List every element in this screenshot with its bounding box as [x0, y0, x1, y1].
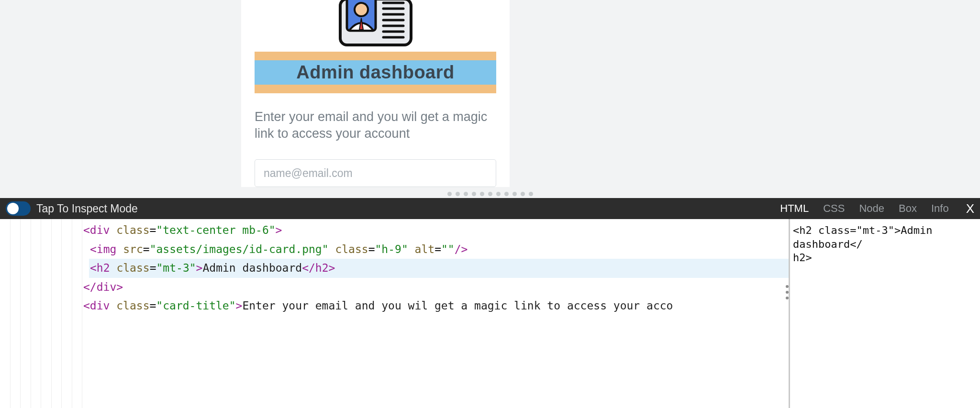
tab-css[interactable]: CSS: [823, 202, 845, 215]
email-field[interactable]: [255, 159, 496, 187]
toggle-knob: [7, 203, 19, 214]
tab-node[interactable]: Node: [859, 202, 884, 215]
tab-info[interactable]: Info: [931, 202, 949, 215]
logo-wrap: Admin dashboard: [255, 0, 496, 93]
pane-resize-grip[interactable]: [0, 190, 980, 198]
inspect-mode-toggle[interactable]: [6, 201, 31, 216]
code-line[interactable]: <div class="card-title">Enter your email…: [82, 297, 789, 316]
code-line[interactable]: </div>: [82, 278, 789, 297]
side-resize-grip[interactable]: [786, 285, 789, 299]
devtools-body: <div class="text-center mb-6"> <img src=…: [0, 219, 980, 408]
tab-box[interactable]: Box: [899, 202, 917, 215]
element-highlight-content: Admin dashboard: [255, 60, 496, 85]
element-detail-pane[interactable]: <h2 class="mt-3">Admin dashboard</ h2>: [789, 219, 980, 408]
tab-html[interactable]: HTML: [780, 202, 809, 215]
code-line[interactable]: <div class="text-center mb-6">: [82, 221, 789, 240]
detail-line: h2>: [793, 251, 977, 265]
app-preview-pane: Admin dashboard Enter your email and you…: [0, 0, 980, 190]
login-card: Admin dashboard Enter your email and you…: [241, 0, 510, 187]
svg-point-2: [355, 3, 368, 16]
detail-line: <h2 class="mt-3">Admin dashboard</: [793, 224, 977, 251]
inspect-mode-label: Tap To Inspect Mode: [36, 202, 138, 215]
html-source-pane[interactable]: <div class="text-center mb-6"> <img src=…: [82, 219, 789, 408]
code-line-selected[interactable]: <h2 class="mt-3">Admin dashboard</h2>: [89, 259, 789, 278]
page-subtitle: Enter your email and you wil get a magic…: [255, 109, 496, 142]
element-highlight-margin: Admin dashboard: [255, 52, 496, 93]
id-card-icon: [337, 0, 414, 50]
close-devtools-button[interactable]: X: [966, 201, 974, 216]
page-title: Admin dashboard: [255, 60, 496, 85]
devtools-toolbar: Tap To Inspect Mode HTML CSS Node Box In…: [0, 198, 980, 219]
devtools-tabs: HTML CSS Node Box Info X: [780, 201, 980, 216]
code-line[interactable]: <img src="assets/images/id-card.png" cla…: [82, 240, 789, 259]
dom-tree-gutter: [0, 219, 82, 408]
